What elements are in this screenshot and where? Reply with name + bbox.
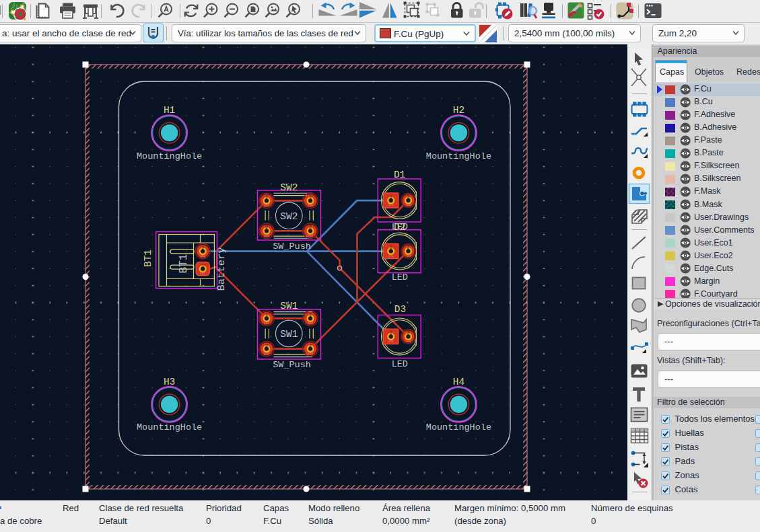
svg-text:Battery: Battery bbox=[215, 247, 228, 291]
svg-text:1: 1 bbox=[390, 195, 392, 200]
svg-text:led: led bbox=[405, 340, 411, 343]
svg-text:1: 1 bbox=[390, 331, 392, 336]
svg-text:H3: H3 bbox=[164, 377, 175, 387]
svg-text:H4: H4 bbox=[453, 377, 464, 387]
svg-text:SW_Push: SW_Push bbox=[273, 241, 311, 252]
svg-text:2: 2 bbox=[201, 246, 204, 251]
svg-text:SW_Push: SW_Push bbox=[273, 360, 311, 370]
svg-text:BT1: BT1 bbox=[143, 250, 153, 267]
svg-text:H2: H2 bbox=[453, 105, 464, 116]
svg-text:LED: LED bbox=[392, 359, 408, 369]
svg-text:D2: D2 bbox=[394, 222, 405, 233]
svg-text:2: 2 bbox=[407, 245, 410, 250]
svg-text:gnd: gnd bbox=[264, 204, 269, 207]
svg-text:gnd: gnd bbox=[200, 254, 205, 258]
svg-text:MountingHole: MountingHole bbox=[137, 422, 202, 432]
svg-text:gnd: gnd bbox=[308, 234, 313, 237]
svg-text:bat: bat bbox=[200, 272, 205, 275]
svg-text:2: 2 bbox=[309, 225, 312, 230]
svg-text:SW2: SW2 bbox=[280, 182, 298, 193]
svg-text:gnd: gnd bbox=[264, 234, 269, 237]
svg-text:led: led bbox=[405, 254, 411, 258]
svg-text:SW1: SW1 bbox=[280, 301, 298, 311]
svg-text:1: 1 bbox=[201, 264, 204, 268]
svg-text:MountingHole: MountingHole bbox=[426, 422, 491, 432]
svg-text:MountingHole: MountingHole bbox=[426, 151, 491, 161]
svg-text:gnd: gnd bbox=[388, 203, 394, 206]
svg-text:gnd: gnd bbox=[308, 352, 313, 355]
svg-text:1: 1 bbox=[309, 313, 312, 317]
svg-text:LED: LED bbox=[392, 272, 408, 282]
svg-text:2: 2 bbox=[407, 195, 410, 200]
svg-text:gnd: gnd bbox=[308, 321, 313, 325]
svg-text:SW1: SW1 bbox=[280, 329, 298, 340]
svg-text:gnd: gnd bbox=[388, 340, 394, 343]
svg-text:2: 2 bbox=[407, 331, 410, 336]
svg-text:SW2: SW2 bbox=[280, 211, 298, 222]
svg-text:1: 1 bbox=[309, 195, 312, 200]
svg-text:D3: D3 bbox=[394, 304, 406, 315]
svg-text:2: 2 bbox=[309, 344, 312, 348]
svg-text:led: led bbox=[405, 203, 411, 206]
svg-text:2: 2 bbox=[265, 344, 268, 348]
svg-text:BT1: BT1 bbox=[178, 254, 190, 274]
svg-text:2: 2 bbox=[265, 225, 268, 230]
svg-text:H1: H1 bbox=[164, 105, 175, 116]
svg-text:gnd: gnd bbox=[264, 321, 269, 325]
svg-text:gnd: gnd bbox=[308, 204, 313, 207]
svg-text:D1: D1 bbox=[394, 169, 405, 180]
svg-text:gnd: gnd bbox=[264, 352, 269, 355]
svg-text:gnd: gnd bbox=[388, 254, 394, 258]
svg-text:1: 1 bbox=[390, 245, 392, 250]
svg-text:1: 1 bbox=[265, 195, 268, 200]
svg-text:MountingHole: MountingHole bbox=[137, 151, 202, 161]
svg-text:1: 1 bbox=[265, 313, 268, 317]
